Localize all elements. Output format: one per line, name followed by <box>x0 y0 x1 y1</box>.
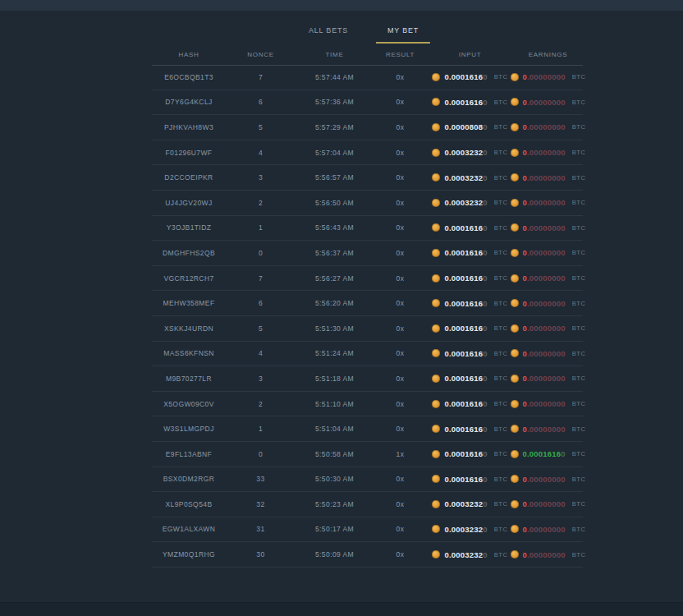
bet-row[interactable]: YMZM0Q1RHG 30 5:50:09 AM 0x 0.00032320 B… <box>152 542 583 568</box>
bet-hash: EGW1ALXAWN <box>152 525 226 533</box>
bet-input-amount: 0.00016160 <box>444 324 487 333</box>
bet-input-amount: 0.00032320 <box>444 550 487 559</box>
btc-coin-icon <box>432 375 440 383</box>
bet-hash: XL9P0SQ54B <box>152 500 226 508</box>
btc-coin-icon <box>432 425 440 433</box>
bet-hash: MEHW358MEF <box>152 299 226 307</box>
bet-nonce: 1 <box>226 425 296 433</box>
bet-input-amount: 0.00032320 <box>444 525 487 534</box>
bet-row[interactable]: BSX0DM2RGR 33 5:50:30 AM 0x 0.00016160 B… <box>152 467 583 493</box>
bet-time: 5:56:43 AM <box>296 223 374 232</box>
bet-time: 5:50:30 AM <box>296 475 374 483</box>
bet-row[interactable]: F01296U7WF 4 5:57:04 AM 0x 0.00032320 BT… <box>152 140 583 166</box>
bet-hash: X5OGW09C0V <box>152 400 226 408</box>
bet-time: 5:50:23 AM <box>296 500 374 508</box>
bet-time: 5:51:18 AM <box>296 375 374 383</box>
bet-input: 0.00008080 BTC <box>427 122 513 131</box>
btc-coin-icon <box>432 149 440 157</box>
bet-earnings: 0.00000000 BTC <box>513 499 583 508</box>
bet-row[interactable]: MASS6KFNSN 4 5:51:24 AM 0x 0.00016160 BT… <box>152 342 583 367</box>
bet-input-amount: 0.00032320 <box>444 173 487 182</box>
btc-coin-icon <box>432 249 440 257</box>
bet-result: 0x <box>374 525 427 533</box>
bet-time: 5:56:27 AM <box>296 274 374 283</box>
bet-time: 5:56:57 AM <box>296 173 374 182</box>
bet-row[interactable]: DMGHFHS2QB 0 5:56:37 AM 0x 0.00016160 BT… <box>152 241 583 266</box>
btc-coin-icon <box>511 98 519 106</box>
bet-row[interactable]: D7Y6G4KCLJ 6 5:57:36 AM 0x 0.00016160 BT… <box>152 90 583 116</box>
btc-coin-icon <box>432 525 440 533</box>
bet-row[interactable]: XL9P0SQ54B 32 5:50:23 AM 0x 0.00032320 B… <box>152 492 583 517</box>
bet-earnings-amount: 0.00000000 <box>523 475 566 484</box>
bet-result: 1x <box>374 450 427 458</box>
bet-row[interactable]: D2CCOEIPKR 3 5:56:57 AM 0x 0.00032320 BT… <box>152 165 583 191</box>
bet-input: 0.00016160 BTC <box>427 349 513 358</box>
btc-coin-icon <box>432 500 440 508</box>
btc-currency-label: BTC <box>494 476 508 483</box>
bet-earnings-amount: 0.00000000 <box>523 198 566 207</box>
bet-input-amount: 0.00016160 <box>444 72 487 81</box>
bet-row[interactable]: E9FL13ABNF 0 5:50:58 AM 1x 0.00016160 BT… <box>152 442 583 467</box>
bet-row[interactable]: X5OGW09C0V 2 5:51:10 AM 0x 0.00016160 BT… <box>152 392 583 417</box>
bet-earnings: 0.00000000 BTC <box>513 374 583 383</box>
bet-result: 0x <box>374 500 427 508</box>
bet-earnings-amount: 0.00000000 <box>523 374 566 383</box>
btc-currency-label: BTC <box>572 551 586 559</box>
btc-currency-label: BTC <box>494 99 508 106</box>
bet-input-amount: 0.00008080 <box>444 122 487 131</box>
bet-input: 0.00032320 BTC <box>427 173 513 182</box>
btc-currency-label: BTC <box>494 400 508 407</box>
bet-row[interactable]: XSKKJ4URDN 5 5:51:30 AM 0x 0.00016160 BT… <box>152 316 583 342</box>
btc-coin-icon <box>432 274 440 283</box>
bet-row[interactable]: Y3OJB1TIDZ 1 5:56:43 AM 0x 0.00016160 BT… <box>152 216 583 241</box>
bet-row[interactable]: UJ4JGV20WJ 2 5:56:50 AM 0x 0.00032320 BT… <box>152 191 583 216</box>
bet-earnings-amount: 0.00000000 <box>523 550 566 559</box>
bet-result: 0x <box>374 223 427 232</box>
bet-input-amount: 0.00016160 <box>444 349 487 358</box>
btc-coin-icon <box>432 173 440 182</box>
bet-time: 5:51:24 AM <box>296 349 374 357</box>
tab-my-bet[interactable]: MY BET <box>376 26 430 44</box>
btc-currency-label: BTC <box>494 375 508 382</box>
bet-time: 5:57:36 AM <box>296 98 374 106</box>
btc-currency-label: BTC <box>572 149 586 156</box>
btc-currency-label: BTC <box>572 123 586 131</box>
bet-result: 0x <box>374 375 427 383</box>
btc-currency-label: BTC <box>494 123 508 131</box>
btc-currency-label: BTC <box>494 526 508 533</box>
bet-input-amount: 0.00032320 <box>444 198 487 207</box>
bet-row[interactable]: EGW1ALXAWN 31 5:50:17 AM 0x 0.00032320 B… <box>152 517 583 543</box>
bet-row[interactable]: MEHW358MEF 6 5:56:20 AM 0x 0.00016160 BT… <box>152 291 583 316</box>
btc-currency-label: BTC <box>494 224 508 232</box>
btc-coin-icon <box>511 299 519 307</box>
btc-coin-icon <box>432 98 440 106</box>
tab-all-bets[interactable]: ALL BETS <box>309 26 348 42</box>
bet-result: 0x <box>374 98 427 106</box>
btc-currency-label: BTC <box>572 400 586 407</box>
bet-hash: M9B70277LR <box>152 375 226 383</box>
bet-input-amount: 0.00016160 <box>444 449 487 458</box>
bet-nonce: 2 <box>226 199 296 207</box>
bet-row[interactable]: M9B70277LR 3 5:51:18 AM 0x 0.00016160 BT… <box>152 366 583 392</box>
btc-coin-icon <box>432 400 440 408</box>
bet-input-amount: 0.00032320 <box>444 148 487 157</box>
bet-input-amount: 0.00016160 <box>444 399 487 408</box>
bet-nonce: 5 <box>226 123 296 131</box>
bet-input-amount: 0.00016160 <box>444 223 487 232</box>
bet-earnings: 0.00000000 BTC <box>513 148 583 157</box>
bet-row[interactable]: W3S1LMGPDJ 1 5:51:04 AM 0x 0.00016160 BT… <box>152 416 583 442</box>
bet-nonce: 0 <box>226 450 296 458</box>
btc-currency-label: BTC <box>494 174 508 182</box>
bet-row[interactable]: VGCR12RCH7 7 5:56:27 AM 0x 0.00016160 BT… <box>152 266 583 292</box>
bet-input: 0.00032320 BTC <box>427 148 513 157</box>
bet-hash: PJHKVAH8W3 <box>152 123 226 131</box>
bet-earnings: 0.00000000 BTC <box>513 475 583 484</box>
bet-earnings: 0.00000000 BTC <box>513 122 583 131</box>
column-header-hash: HASH <box>152 51 226 58</box>
btc-coin-icon <box>432 223 440 232</box>
bet-hash: D2CCOEIPKR <box>152 173 226 182</box>
bet-row[interactable]: E6OCBQB1T3 7 5:57:44 AM 0x 0.00016160 BT… <box>152 65 583 90</box>
bet-input-amount: 0.00016160 <box>444 98 487 107</box>
bet-row[interactable]: PJHKVAH8W3 5 5:57:29 AM 0x 0.00008080 BT… <box>152 115 583 140</box>
bet-input-amount: 0.00016160 <box>444 248 487 257</box>
